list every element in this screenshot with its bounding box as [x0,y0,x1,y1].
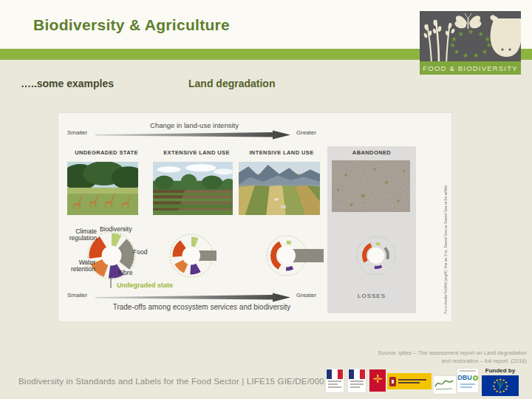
spain-logo-text-lines [398,378,429,385]
ipbes-land-degradation-figure: Change in land-use intensity Smaller Gre… [58,112,452,322]
svg-text:★: ★ [499,390,502,394]
bottom-axis-greater: Greater [296,292,316,299]
col-header-undegraded: UNDEGRADED STATE [67,149,146,156]
top-intensity-arrow [95,130,292,140]
svg-text:★: ★ [492,384,495,388]
label-food: Food [133,249,147,256]
ring-abandoned [357,236,395,275]
svg-text:★: ★ [468,28,474,35]
figure-caption: Trade-offs among ecosystem services and … [91,303,313,311]
eu-life-logo: ★★★★★★★★★★★★ [482,375,519,396]
presentation-slide: Biodiversity & Agriculture [0,0,532,399]
dbu-logo: DBU [457,368,479,393]
photo-extensive-land-use [153,162,233,215]
food-biodiversity-logo: ★★★★★★★★★★★ FOOD & BIODIVERSITY [420,11,521,75]
label-fibre: Fibre [118,270,132,276]
bottom-axis-smaller: Smaller [67,292,87,299]
dbu-ring-icon [473,375,478,381]
svg-text:★: ★ [463,52,468,59]
photo-undegraded-savanna [67,162,138,215]
food-biodiversity-logo-art: ★★★★★★★★★★★ FOOD & BIODIVERSITY [420,11,521,75]
svg-text:★: ★ [473,52,479,59]
top-axis-smaller: Smaller [67,129,87,136]
cow-icon [490,15,521,57]
french-republic-logo [325,368,344,393]
french-flag-icon [327,369,343,379]
photo-abandoned-land [332,160,410,212]
french-flag-icon [349,369,365,379]
svg-text:★: ★ [451,35,457,43]
col-header-abandoned: ABANDONED [327,149,416,156]
losses-label: LOSSES [327,293,416,299]
col-header-extensive: EXTENSIVE LAND USE [157,149,236,156]
green-signature-logo [433,375,457,395]
col-header-intensive: INTENSIVE LAND USE [242,149,321,156]
french-ministry-logo [347,368,366,393]
ring-extensive-land-use [170,234,216,277]
spain-coat-of-arms-icon [389,377,396,386]
signature-icon [434,376,454,392]
label-undegraded-state: Undegraded state [117,282,173,289]
gobierno-de-espana-logo [387,373,432,389]
source-line-2: and restoration – full report. (2018) [290,357,527,365]
label-climate-regulation: Climate regulation [60,228,97,242]
logo-wordmark: FOOD & BIODIVERSITY [423,64,517,72]
bottom-tradeoff-arrow [95,293,292,302]
slide-title: Biodiversity & Agriculture [33,16,230,34]
svg-text:★: ★ [457,30,463,38]
svg-text:★: ★ [477,30,483,38]
subtitle-some-examples: …..some examples [21,78,114,89]
svg-text:★: ★ [495,378,498,382]
figure-top-title: Change in land-use intensity [83,121,305,129]
footer-project-line: Biodiversity in Standards and Labels for… [18,377,344,386]
label-biodiversity: Biodiversity [100,226,132,233]
svg-text:★: ★ [449,41,455,49]
source-line-1: Source: ipbes – The assessment report on… [290,349,527,357]
svg-text:★: ★ [482,48,488,55]
region-occitanie-logo: ✛ [369,369,386,392]
funded-by-label: Funded by [480,367,520,374]
source-attribution: Source: ipbes – The assessment report on… [290,349,527,365]
svg-text:★: ★ [502,389,505,393]
dbu-wordmark: DBU [457,374,472,381]
vertical-photo-credit: P.o.s media PoWW (org/4): Bar ae S te, B… [443,123,451,314]
photo-intensive-land-use [239,162,320,215]
top-axis-greater: Greater [296,129,316,136]
subtitle-land-degradation: Land degradation [188,78,275,89]
ring-intensive-land-use [267,236,324,276]
label-water-retention: Water retention [58,259,95,273]
